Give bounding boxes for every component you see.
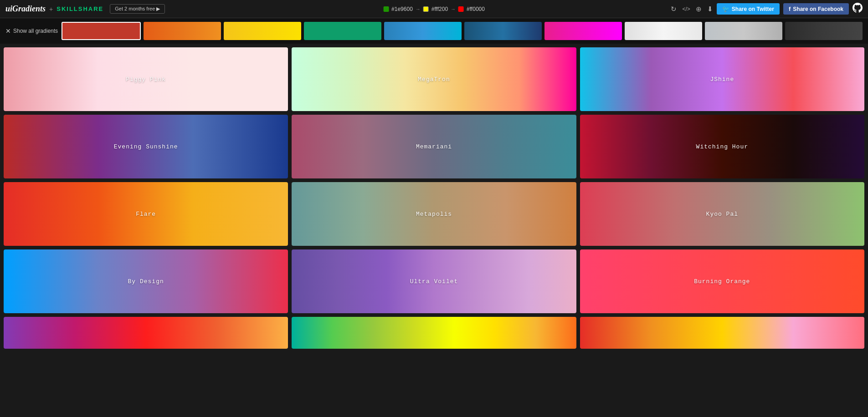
github-icon[interactable] — [853, 3, 863, 15]
share-twitter-label: Share on Twitter — [732, 6, 774, 12]
swatch-gray[interactable] — [705, 22, 782, 40]
gradient-row-bottom — [0, 317, 868, 352]
color-dot-yellow — [423, 6, 429, 12]
gradient-card-evening-sunshine[interactable]: Evening Sunshine — [4, 115, 288, 178]
skillshare-button[interactable]: Get 2 months free ▶ — [110, 4, 165, 14]
swatch-blue-light[interactable] — [384, 22, 462, 40]
color-hex-3: #ff0000 — [467, 6, 485, 12]
swatch-orange[interactable] — [144, 22, 221, 40]
arrow-2: → — [451, 6, 456, 12]
gradient-card-jshine[interactable]: JShine — [580, 47, 864, 111]
filter-bar: ✕ Show all gradients — [0, 18, 868, 44]
header: uiGradients + SKILLSHARE Get 2 months fr… — [0, 0, 868, 18]
swatch-yellow[interactable] — [224, 22, 301, 40]
swatch-magenta[interactable] — [544, 22, 622, 40]
gradient-name-flare: Flare — [136, 211, 156, 218]
gradient-name-by-design: By Design — [128, 278, 164, 285]
color-dot-red — [458, 6, 464, 12]
gradient-name-ultra-voilet: Ultra Voilet — [410, 278, 458, 285]
gradient-card-piggy-pink[interactable]: Piggy Pink — [4, 47, 288, 111]
gradient-card-burning-orange[interactable]: Burning Orange — [580, 249, 864, 313]
header-icons: ↻ </> ⊕ ⬇ — [671, 5, 713, 13]
arrow-1: → — [416, 6, 421, 12]
gradient-card-ultra-voilet[interactable]: Ultra Voilet — [292, 249, 576, 313]
gradient-card-memariani[interactable]: Memariani — [292, 115, 576, 178]
swatch-light[interactable] — [625, 22, 702, 40]
gradient-name-evening-sunshine: Evening Sunshine — [114, 143, 178, 150]
show-all-label: Show all gradients — [13, 28, 58, 34]
gradient-name-jshine: JShine — [710, 76, 734, 83]
add-button[interactable]: ⊕ — [696, 5, 702, 13]
show-all-gradients-button[interactable]: ✕ Show all gradients — [5, 27, 58, 35]
gradient-name-memariani: Memariani — [416, 143, 452, 150]
color-dot-green — [383, 6, 389, 12]
gradient-name-metapolis: Metapolis — [416, 211, 452, 218]
gradient-card-bottom-2[interactable] — [292, 317, 576, 349]
swatch-blue-dark[interactable] — [464, 22, 542, 40]
color-hex-1: #1e9600 — [391, 6, 413, 12]
gradient-name-megatron: MegaTron — [418, 76, 450, 83]
facebook-icon: f — [789, 5, 791, 12]
gradient-card-bottom-1[interactable] — [4, 317, 288, 349]
logo-plus: + — [49, 5, 53, 13]
gradient-name-kyoo-pal: Kyoo Pal — [706, 211, 738, 218]
logo-area: uiGradients + SKILLSHARE Get 2 months fr… — [5, 4, 165, 14]
gradient-card-flare[interactable]: Flare — [4, 182, 288, 246]
swatch-green[interactable] — [304, 22, 381, 40]
gradient-name-burning-orange: Burning Orange — [694, 278, 750, 285]
code-button[interactable]: </> — [682, 6, 690, 12]
logo-uigradients: uiGradients — [5, 4, 46, 14]
gradient-grid: Piggy Pink MegaTron JShine Evening Sunsh… — [0, 44, 868, 317]
refresh-button[interactable]: ↻ — [671, 5, 677, 13]
gradient-name-witching-hour: Witching Hour — [696, 143, 748, 150]
gradient-card-bottom-3[interactable] — [580, 317, 864, 349]
header-right: ↻ </> ⊕ ⬇ 🐦 Share on Twitter f Share on … — [671, 3, 863, 15]
gradient-card-by-design[interactable]: By Design — [4, 249, 288, 313]
download-button[interactable]: ⬇ — [707, 5, 713, 13]
close-icon: ✕ — [5, 27, 11, 35]
share-twitter-button[interactable]: 🐦 Share on Twitter — [717, 3, 780, 15]
swatch-red[interactable] — [62, 22, 141, 40]
color-hex-2: #fff200 — [431, 6, 448, 12]
share-facebook-label: Share on Facebook — [793, 6, 843, 12]
gradient-card-megatron[interactable]: MegaTron — [292, 47, 576, 111]
gradient-name-piggy-pink: Piggy Pink — [126, 76, 166, 83]
gradient-card-witching-hour[interactable]: Witching Hour — [580, 115, 864, 178]
gradient-card-kyoo-pal[interactable]: Kyoo Pal — [580, 182, 864, 246]
gradient-card-metapolis[interactable]: Metapolis — [292, 182, 576, 246]
share-facebook-button[interactable]: f Share on Facebook — [783, 3, 849, 15]
header-center: #1e9600 → #fff200 → #ff0000 — [383, 6, 485, 12]
swatch-dark[interactable] — [785, 22, 863, 40]
logo-skillshare: SKILLSHARE — [56, 5, 103, 12]
twitter-icon: 🐦 — [722, 5, 729, 12]
filter-swatches — [62, 22, 863, 40]
